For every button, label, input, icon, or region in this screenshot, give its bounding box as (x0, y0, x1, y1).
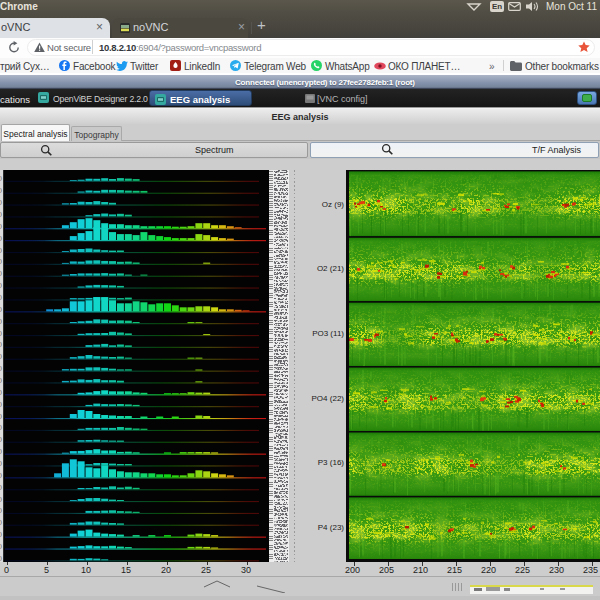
svg-text:): ) (0, 507, 2, 513)
svg-text:): ) (0, 484, 2, 490)
svg-text:): ) (0, 282, 2, 288)
svg-text:): ) (0, 306, 2, 312)
svg-text:): ) (0, 187, 2, 193)
svg-text:): ) (0, 247, 2, 253)
svg-text:): ) (0, 365, 2, 371)
svg-text:): ) (0, 294, 2, 300)
svg-text:): ) (0, 436, 2, 442)
svg-text:): ) (0, 211, 2, 217)
svg-text:): ) (0, 496, 2, 502)
svg-text:): ) (0, 472, 2, 478)
svg-text:): ) (0, 258, 2, 264)
svg-text:): ) (0, 543, 2, 549)
svg-text:): ) (0, 413, 2, 419)
svg-text:): ) (0, 377, 2, 383)
svg-text:): ) (0, 389, 2, 395)
svg-text:): ) (0, 341, 2, 347)
svg-text:): ) (0, 519, 2, 525)
svg-text:): ) (0, 223, 2, 229)
svg-text:): ) (0, 330, 2, 336)
svg-text:): ) (0, 175, 2, 181)
svg-text:): ) (0, 401, 2, 407)
svg-text:): ) (0, 424, 2, 430)
svg-text:): ) (0, 448, 2, 454)
svg-text:): ) (0, 235, 2, 241)
svg-text:): ) (0, 270, 2, 276)
svg-text:): ) (0, 318, 2, 324)
svg-text:): ) (0, 199, 2, 205)
svg-text:): ) (0, 555, 2, 561)
svg-text:): ) (0, 353, 2, 359)
svg-text:): ) (0, 460, 2, 466)
svg-text:): ) (0, 531, 2, 537)
